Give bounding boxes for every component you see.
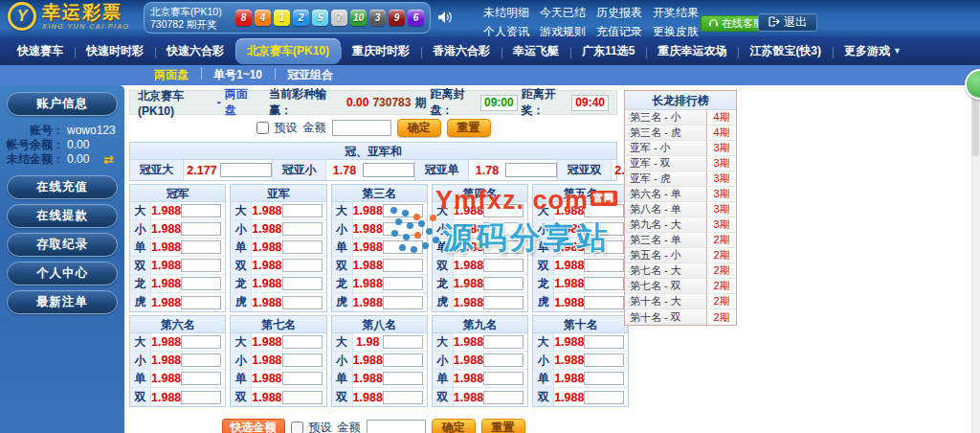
bet-amount-input[interactable]: [483, 335, 523, 349]
bet-amount-input[interactable]: [181, 240, 221, 254]
bet-odds[interactable]: 1.988: [353, 222, 383, 236]
current-mode-link[interactable]: 两面盘: [225, 86, 256, 119]
reset-button-bottom[interactable]: 重置: [481, 419, 525, 433]
bet-amount-input[interactable]: [584, 240, 624, 254]
nav-tab[interactable]: 重庆幸运农场: [646, 38, 738, 64]
ranking-row[interactable]: 第五名 - 小2期: [625, 248, 736, 263]
bet-amount-input[interactable]: [483, 204, 523, 217]
bet-odds[interactable]: 1.988: [151, 222, 181, 236]
bet-odds[interactable]: 1.988: [151, 335, 181, 349]
bet-odds[interactable]: 1.988: [252, 204, 281, 217]
bet-amount-input[interactable]: [282, 296, 323, 309]
top-menu-link[interactable]: 未结明细: [483, 5, 529, 21]
bet-odds[interactable]: 1.988: [151, 277, 181, 290]
bet-odds[interactable]: 1.988: [554, 277, 584, 290]
refresh-icon[interactable]: ⇄: [103, 152, 120, 167]
bet-odds[interactable]: 1.988: [454, 372, 483, 385]
bet-amount-input[interactable]: [383, 259, 423, 272]
bet-amount-input[interactable]: [584, 335, 624, 349]
ranking-row[interactable]: 亚军 - 虎3期: [625, 171, 736, 187]
bet-amount-input[interactable]: [181, 204, 221, 217]
subnav-tab[interactable]: 两面盘: [142, 67, 201, 83]
bet-amount-input[interactable]: [383, 296, 423, 309]
sidebar-button[interactable]: 最新注单: [7, 290, 118, 314]
bet-odds[interactable]: 1.988: [252, 259, 281, 272]
bet-amount-input[interactable]: [181, 259, 221, 272]
bet-odds[interactable]: 1.988: [252, 353, 281, 367]
preset-checkbox-bottom[interactable]: [291, 422, 303, 433]
bet-amount-input[interactable]: [483, 391, 523, 404]
bet-odds[interactable]: 1.988: [353, 259, 383, 272]
nav-tab[interactable]: 重庆时时彩: [341, 38, 421, 64]
bet-odds[interactable]: 1.988: [353, 240, 383, 254]
sidebar-button-account-info[interactable]: 账户信息: [7, 92, 118, 116]
nav-tab[interactable]: 快速赛车: [6, 38, 75, 64]
ranking-row[interactable]: 第七名 - 双2期: [625, 279, 736, 294]
bet-odds[interactable]: 1.988: [252, 335, 281, 349]
top-menu-link[interactable]: 历史报表: [596, 5, 642, 21]
nav-tab[interactable]: 幸运飞艇: [501, 38, 570, 64]
bet-amount-input[interactable]: [181, 296, 221, 309]
bet-odds[interactable]: 1.988: [151, 240, 181, 254]
speaker-icon[interactable]: [437, 11, 454, 28]
bet-amount-input[interactable]: [181, 372, 221, 385]
bet-odds[interactable]: 1.988: [252, 222, 281, 236]
ranking-row[interactable]: 第三名 - 单2期: [625, 233, 736, 248]
quick-amount-button[interactable]: 快选金额: [222, 419, 285, 433]
bet-amount-input[interactable]: [584, 277, 624, 290]
bet-odds[interactable]: 1.988: [252, 240, 281, 254]
bet-amount-input[interactable]: [282, 240, 323, 254]
nav-tab[interactable]: 香港六合彩: [421, 38, 501, 64]
bet-odds[interactable]: 1.988: [151, 204, 181, 217]
bet-amount-input[interactable]: [383, 240, 423, 254]
bet-amount-input[interactable]: [483, 222, 523, 236]
bet-odds[interactable]: 1.988: [353, 277, 383, 290]
bet-amount-input[interactable]: [282, 222, 323, 236]
logout-button[interactable]: 退出: [758, 13, 817, 32]
sum-bet-odds[interactable]: 1.78: [326, 160, 363, 180]
bet-amount-input[interactable]: [181, 391, 221, 404]
bet-amount-input[interactable]: [584, 259, 624, 272]
scrollbar[interactable]: [971, 85, 980, 433]
bet-amount-input[interactable]: [383, 335, 423, 349]
sidebar-button[interactable]: 在线充值: [7, 175, 118, 199]
sum-bet-amount-input[interactable]: [220, 163, 272, 177]
bet-odds[interactable]: 1.988: [252, 391, 281, 404]
bet-amount-input[interactable]: [584, 391, 624, 404]
sidebar-button[interactable]: 在线提款: [7, 204, 118, 228]
bet-odds[interactable]: 1.988: [353, 296, 383, 309]
bet-amount-input[interactable]: [483, 259, 523, 272]
sidebar-button[interactable]: 存取纪录: [7, 233, 118, 257]
ranking-row[interactable]: 第三名 - 小4期: [625, 110, 736, 125]
bet-odds[interactable]: 1.988: [554, 240, 584, 254]
bet-odds[interactable]: 1.988: [554, 372, 584, 385]
reset-button[interactable]: 重置: [447, 119, 491, 137]
sum-bet-odds[interactable]: 2.177: [184, 160, 220, 180]
ranking-row[interactable]: 亚军 - 双3期: [625, 156, 736, 171]
confirm-button[interactable]: 确定: [397, 119, 441, 137]
bet-amount-input[interactable]: [584, 372, 624, 385]
nav-tab[interactable]: 江苏骰宝(快3): [738, 38, 833, 64]
nav-tab[interactable]: 广东11选5: [570, 38, 646, 64]
bet-odds[interactable]: 1.988: [454, 277, 483, 290]
bet-amount-input[interactable]: [483, 353, 523, 367]
bet-amount-input[interactable]: [282, 391, 323, 404]
bet-odds[interactable]: 1.988: [454, 240, 483, 254]
bet-odds[interactable]: 1.988: [554, 391, 584, 404]
preset-amount-input[interactable]: [332, 120, 391, 136]
bet-amount-input[interactable]: [483, 372, 523, 385]
bet-amount-input[interactable]: [483, 240, 523, 254]
bet-amount-input[interactable]: [181, 335, 221, 349]
top-menu-link[interactable]: 今天已结: [540, 5, 586, 21]
bet-amount-input[interactable]: [181, 353, 221, 367]
bet-amount-input[interactable]: [383, 353, 423, 367]
bet-odds[interactable]: 1.988: [454, 353, 483, 367]
bet-odds[interactable]: 1.988: [353, 204, 383, 217]
bet-amount-input[interactable]: [181, 222, 221, 236]
ranking-row[interactable]: 第十名 - 大2期: [625, 294, 736, 309]
bet-odds[interactable]: 1.988: [252, 296, 281, 309]
bet-amount-input[interactable]: [584, 353, 624, 367]
bet-amount-input[interactable]: [483, 296, 523, 309]
ranking-row[interactable]: 第六名 - 单3期: [625, 187, 736, 202]
bet-odds[interactable]: 1.988: [454, 296, 483, 309]
